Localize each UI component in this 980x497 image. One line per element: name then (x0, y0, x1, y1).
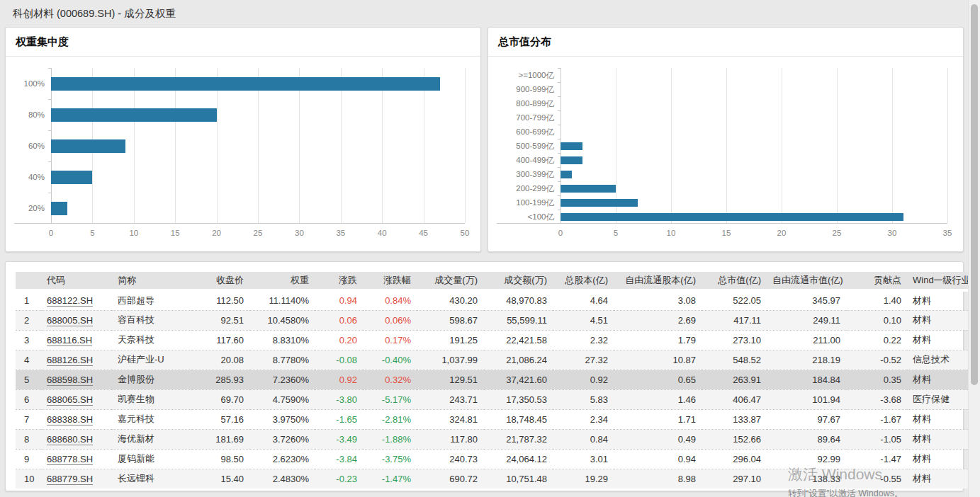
stock-code-link[interactable]: 688126.SH (47, 355, 93, 366)
stock-code-link[interactable]: 688680.SH (47, 434, 93, 445)
cell-total-shares: 4.64 (553, 290, 614, 310)
bar (51, 77, 440, 91)
table-row[interactable]: 10688779.SH长远锂科15.402.4830%-0.23-1.47%69… (16, 469, 978, 489)
cell-industry: 材料 (907, 310, 978, 330)
table-row[interactable]: 8688680.SH海优新材181.693.7260%-3.49-1.88%11… (16, 429, 978, 449)
page-title: 科创材料 (000689.SH) - 成分及权重 (0, 0, 980, 27)
stock-code-link[interactable]: 688778.SH (47, 454, 93, 465)
table-row[interactable]: 6688065.SH凯赛生物69.704.7590%-3.80-5.17%243… (16, 389, 978, 409)
cell-turnover: 10,751.48 (483, 469, 553, 489)
cell-change-pct: 0.32% (363, 370, 417, 389)
cell-industry: 信息技术 (907, 350, 978, 370)
stock-code-link[interactable]: 688388.SH (47, 414, 93, 425)
y-axis-label: 500-599亿 (497, 141, 561, 152)
cell-change: -3.80 (315, 389, 363, 409)
stock-code-link[interactable]: 688005.SH (47, 315, 93, 326)
bar-track (561, 125, 947, 139)
table-body: 1688122.SH西部超导112.5011.1140%0.940.84%430… (16, 290, 978, 489)
bar (561, 185, 616, 193)
cell-close-price: 15.40 (191, 469, 249, 489)
cell-free-float-market-cap: 97.67 (767, 409, 846, 429)
column-header-close-price[interactable]: 收盘价 (191, 272, 249, 290)
table-row[interactable]: 2688005.SH容百科技92.5110.4580%0.060.06%598.… (16, 310, 978, 330)
x-tick-label: 35 (943, 229, 952, 237)
column-header-weight[interactable]: 权重 (249, 272, 315, 290)
stock-code-link[interactable]: 688779.SH (47, 474, 93, 485)
stock-code-link[interactable]: 688122.SH (47, 295, 93, 307)
x-axis-labels: 05101520253035 (497, 224, 947, 241)
stock-code-link[interactable]: 688598.SH (47, 375, 93, 386)
cell-row-number: 6 (16, 389, 41, 409)
table-row[interactable]: 3688116.SH天奈科技117.608.8310%0.200.17%191.… (16, 330, 978, 350)
cell-code: 688598.SH (41, 370, 112, 389)
column-header-free-float-shares[interactable]: 自由流通股本(亿) (614, 272, 702, 290)
chart-category-row: 40% (14, 161, 465, 193)
table-row[interactable]: 7688388.SH嘉元科技57.163.9750%-1.65-2.81%324… (16, 409, 978, 429)
column-header-change[interactable]: 涨跌 (315, 272, 363, 290)
cell-code: 688116.SH (41, 330, 112, 350)
cell-total-shares: 0.92 (553, 370, 614, 389)
cell-change: -3.49 (315, 429, 363, 449)
stock-code-link[interactable]: 688116.SH (47, 335, 92, 346)
cell-free-float-market-cap: 101.94 (767, 389, 846, 409)
cell-total-shares: 27.32 (553, 350, 614, 370)
column-header-turnover[interactable]: 成交额(万) (483, 272, 553, 290)
cell-code: 688005.SH (41, 310, 112, 330)
column-header-contribution[interactable]: 贡献点 (846, 272, 907, 290)
bar-track (51, 99, 465, 130)
bar-track (51, 130, 465, 161)
cell-contribution: 1.40 (846, 290, 907, 310)
charts-row: 权重集中度 100%80%60%40%20%051015202530354045… (5, 27, 964, 252)
table-row[interactable]: 4688126.SH沪硅产业-U20.088.7780%-0.08-0.40%1… (16, 350, 978, 370)
cell-market-cap: 263.91 (702, 370, 767, 389)
cell-total-shares: 2.32 (553, 330, 614, 350)
column-header-name[interactable]: 简称 (112, 272, 191, 290)
column-header-change-pct[interactable]: 涨跌幅 (363, 272, 417, 290)
cell-change-pct: -1.47% (363, 469, 417, 489)
y-axis-label: 400-499亿 (497, 155, 561, 166)
column-header-industry[interactable]: Wind一级行业 (907, 272, 978, 290)
column-header-market-cap[interactable]: 总市值(亿) (702, 272, 767, 290)
bar-track (51, 193, 465, 224)
page-scrollbar[interactable] (968, 0, 980, 497)
bar (51, 202, 67, 215)
cell-row-number: 3 (16, 330, 41, 350)
cell-change: 0.06 (315, 310, 363, 330)
bar (561, 199, 638, 207)
stock-code-link[interactable]: 688065.SH (47, 394, 93, 406)
cell-code: 688126.SH (41, 350, 112, 370)
column-header-volume[interactable]: 成交量(万) (417, 272, 483, 290)
cell-change-pct: -2.81% (363, 409, 417, 429)
table-row[interactable]: 1688122.SH西部超导112.5011.1140%0.940.84%430… (16, 290, 978, 310)
column-header-code[interactable]: 代码 (41, 272, 112, 290)
bar-track (561, 153, 947, 167)
column-header-free-float-market-cap[interactable]: 自由流通市值(亿) (767, 272, 846, 290)
y-axis-label: 600-699亿 (497, 127, 561, 137)
x-tick-label: 5 (614, 229, 618, 237)
bar (51, 139, 125, 153)
bar-track (561, 210, 947, 224)
y-axis-label: 20% (14, 204, 51, 212)
cell-row-number: 7 (16, 409, 41, 429)
cell-change: 0.92 (315, 370, 363, 389)
cell-turnover: 17,350.53 (483, 389, 553, 409)
cell-free-float-market-cap: 249.11 (767, 310, 846, 330)
cell-market-cap: 406.47 (702, 389, 767, 409)
cell-code: 688122.SH (41, 290, 112, 310)
table-row[interactable]: 5688598.SH金博股份285.937.2360%0.920.32%129.… (16, 370, 978, 389)
cell-contribution: -1.05 (846, 429, 907, 449)
cell-change-pct: 0.17% (363, 330, 417, 350)
table-row[interactable]: 9688778.SH厦钨新能98.502.6230%-3.84-3.75%240… (16, 449, 978, 469)
cell-row-number: 4 (16, 350, 41, 370)
cell-market-cap: 133.87 (702, 409, 767, 429)
page-scrollbar-thumb[interactable] (971, 4, 978, 385)
cell-row-number: 10 (16, 469, 41, 489)
cell-volume: 598.67 (417, 310, 483, 330)
bar (561, 142, 582, 150)
cell-close-price: 112.50 (191, 290, 249, 310)
column-header-total-shares[interactable]: 总股本(亿) (553, 272, 614, 290)
cell-contribution: 0.35 (846, 370, 907, 389)
cell-market-cap: 522.05 (702, 290, 767, 310)
cell-industry: 材料 (907, 409, 978, 429)
cell-volume: 240.73 (417, 449, 483, 469)
